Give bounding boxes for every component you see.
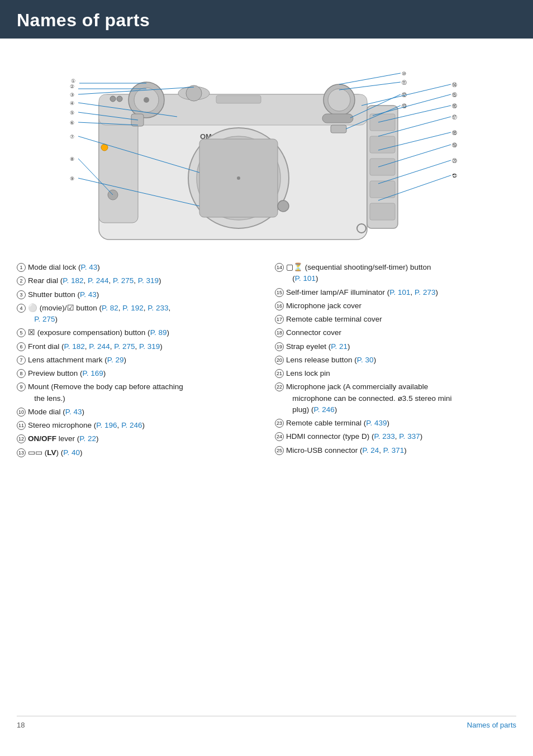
svg-text:⑥: ⑥ — [70, 120, 74, 126]
link-p101-1[interactable]: P. 101 — [295, 274, 316, 283]
link-p29[interactable]: P. 29 — [107, 356, 124, 364]
label-text-13: ▭▭ (LV) (P. 40) — [28, 447, 258, 458]
svg-point-5 — [144, 97, 149, 103]
link-p196[interactable]: P. 196 — [96, 421, 117, 429]
camera-svg: OM SYSTEM — [26, 50, 507, 251]
svg-rect-26 — [370, 136, 395, 153]
link-p233-2[interactable]: P. 233 — [374, 432, 395, 441]
link-p233-1[interactable]: P. 233 — [147, 304, 168, 312]
svg-text:⑲: ⑲ — [452, 142, 457, 148]
list-item: 7 Lens attachment mark (P. 29) — [17, 355, 258, 366]
label-text-7: Lens attachment mark (P. 29) — [28, 355, 258, 366]
svg-rect-28 — [370, 181, 395, 198]
page-number: 18 — [17, 721, 25, 729]
list-item: 3 Shutter button (P. 43) — [17, 289, 258, 300]
label-text-16: Microphone jack cover — [286, 300, 516, 312]
labels-right-col: 14 ▢⏳ (sequential shooting/self-timer) b… — [275, 262, 516, 461]
svg-rect-29 — [370, 203, 395, 220]
list-item: 20 Lens release button (P. 30) — [275, 355, 516, 366]
list-item: 8 Preview button (P. 169) — [17, 368, 258, 379]
link-p337[interactable]: P. 337 — [399, 432, 420, 441]
svg-point-20 — [110, 96, 116, 102]
list-item: 24 HDMI connector (type D) (P. 233, P. 3… — [275, 431, 516, 442]
label-text-17: Remote cable terminal cover — [286, 314, 516, 325]
link-p275-2[interactable]: P. 275 — [34, 315, 55, 323]
footer: 18 Names of parts — [0, 716, 533, 734]
link-p244-1[interactable]: P. 244 — [88, 276, 108, 285]
svg-line-61 — [373, 94, 451, 116]
label-text-19: Strap eyelet (P. 21) — [286, 341, 516, 352]
diagram-area: OM SYSTEM — [0, 39, 533, 256]
list-item: 18 Connector cover — [275, 327, 516, 338]
list-item: 6 Front dial (P. 182, P. 244, P. 275, P.… — [17, 341, 258, 352]
label-text-2: Rear dial (P. 182, P. 244, P. 275, P. 31… — [28, 275, 258, 286]
list-item: 17 Remote cable terminal cover — [275, 314, 516, 325]
svg-text:⑦: ⑦ — [70, 134, 74, 140]
callout-num-2: 2 — [17, 276, 26, 285]
link-p275-3[interactable]: P. 275 — [114, 342, 135, 351]
link-p30[interactable]: P. 30 — [357, 356, 374, 364]
list-item: 16 Microphone jack cover — [275, 300, 516, 312]
list-item: 21 Lens lock pin — [275, 368, 516, 379]
link-p21[interactable]: P. 21 — [331, 342, 348, 351]
lv-bold: LV — [47, 448, 56, 457]
link-p319-2[interactable]: P. 319 — [139, 342, 160, 351]
callout-num-11: 11 — [17, 421, 26, 430]
svg-rect-18 — [322, 114, 353, 123]
callout-num-7: 7 — [17, 356, 26, 365]
callout-num-9: 9 — [17, 382, 26, 391]
link-p182-1[interactable]: P. 182 — [63, 276, 83, 285]
link-p24[interactable]: P. 24 — [363, 446, 379, 454]
svg-point-21 — [117, 96, 122, 102]
callout-num-24: 24 — [275, 432, 284, 441]
list-item: 5 ☒ (exposure compensation) button (P. 8… — [17, 327, 258, 338]
link-p22[interactable]: P. 22 — [79, 434, 96, 443]
list-item: 2 Rear dial (P. 182, P. 244, P. 275, P. … — [17, 275, 258, 286]
link-p275-1[interactable]: P. 275 — [113, 276, 134, 285]
list-item: 14 ▢⏳ (sequential shooting/self-timer) b… — [275, 262, 516, 285]
link-p43-2[interactable]: P. 43 — [80, 290, 97, 299]
link-p273[interactable]: P. 273 — [415, 288, 435, 296]
svg-point-15 — [237, 176, 240, 180]
svg-text:⑭: ⑭ — [452, 82, 457, 88]
list-item: 12 ON/OFF lever (P. 22) — [17, 433, 258, 444]
callout-num-13: 13 — [17, 448, 26, 457]
link-p439[interactable]: P. 439 — [366, 419, 387, 427]
link-p169[interactable]: P. 169 — [83, 369, 103, 377]
callout-num-12: 12 — [17, 434, 26, 443]
label-text-9: Mount (Remove the body cap before attach… — [28, 381, 258, 404]
link-p89[interactable]: P. 89 — [150, 328, 167, 337]
link-p182-2[interactable]: P. 182 — [64, 342, 85, 351]
svg-text:⑮: ⑮ — [452, 92, 457, 98]
link-p371[interactable]: P. 371 — [383, 446, 404, 454]
link-p246-2[interactable]: P. 246 — [314, 405, 335, 414]
svg-rect-8 — [216, 95, 261, 103]
label-text-6: Front dial (P. 182, P. 244, P. 275, P. 3… — [28, 341, 258, 352]
link-p319-1[interactable]: P. 319 — [138, 276, 159, 285]
onoff-bold: ON/OFF — [28, 434, 56, 443]
link-p101-2[interactable]: P. 101 — [389, 288, 410, 296]
link-p43-1[interactable]: P. 43 — [81, 263, 98, 271]
svg-text:④: ④ — [70, 101, 74, 106]
svg-line-53 — [339, 82, 401, 90]
label-text-20: Lens release button (P. 30) — [286, 355, 516, 366]
link-p244-2[interactable]: P. 244 — [89, 342, 110, 351]
link-p82[interactable]: P. 82 — [102, 304, 118, 312]
svg-rect-19 — [331, 125, 346, 133]
label-text-12: ON/OFF lever (P. 22) — [28, 433, 258, 444]
link-p43-3[interactable]: P. 43 — [65, 408, 82, 416]
link-p246-1[interactable]: P. 246 — [121, 421, 142, 429]
svg-text:⑧: ⑧ — [70, 156, 74, 162]
callout-num-20: 20 — [275, 356, 284, 365]
link-p40[interactable]: P. 40 — [63, 448, 80, 457]
link-p192[interactable]: P. 192 — [122, 304, 143, 312]
callout-num-17: 17 — [275, 315, 284, 324]
list-item: 13 ▭▭ (LV) (P. 40) — [17, 447, 258, 458]
list-item: 11 Stereo microphone (P. 196, P. 246) — [17, 420, 258, 431]
svg-text:⑱: ⑱ — [452, 130, 457, 136]
svg-text:⑯: ⑯ — [452, 103, 457, 109]
list-item: 9 Mount (Remove the body cap before atta… — [17, 381, 258, 404]
callout-num-4: 4 — [17, 304, 26, 313]
callout-num-8: 8 — [17, 369, 26, 378]
svg-line-51 — [339, 73, 401, 84]
